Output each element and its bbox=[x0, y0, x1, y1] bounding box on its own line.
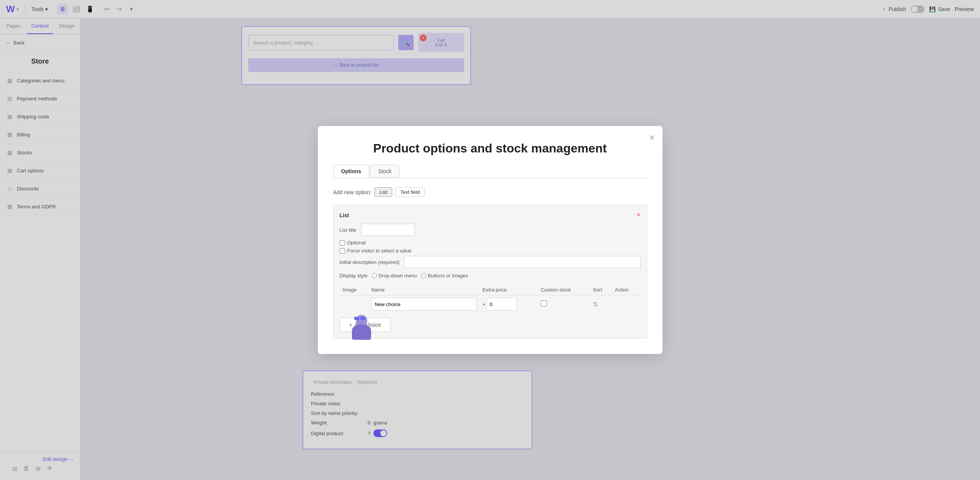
modal-tabs: Options Stock bbox=[333, 165, 647, 178]
buttons-label: Buttons or Images bbox=[428, 273, 468, 278]
col-action: Action bbox=[612, 285, 640, 295]
avatar-glasses-right bbox=[360, 317, 365, 320]
display-style-label: Display style bbox=[340, 273, 368, 278]
description-label: Initial description (required) bbox=[340, 259, 400, 265]
modal-overlay: Product options and stock management × O… bbox=[0, 0, 980, 480]
optional-label: Optional bbox=[347, 240, 366, 246]
avatar-character bbox=[351, 315, 372, 340]
sort-handle-icon[interactable]: ⇅ bbox=[593, 301, 598, 308]
table-row: + ⇅ bbox=[340, 295, 641, 313]
tab-stock[interactable]: Stock bbox=[370, 165, 399, 178]
force-checkbox-row: Force visitor to select a value bbox=[340, 248, 641, 254]
row-stock-cell bbox=[538, 295, 590, 313]
col-name: Name bbox=[368, 285, 479, 295]
buttons-radio-option[interactable]: Buttons or Images bbox=[421, 273, 468, 278]
add-option-row: Add new option: List Text field bbox=[333, 187, 647, 197]
force-checkbox[interactable] bbox=[340, 248, 345, 254]
list-label: List bbox=[340, 212, 349, 218]
list-title-label: List title bbox=[340, 227, 357, 233]
textfield-option-button[interactable]: Text field bbox=[395, 187, 425, 197]
description-input[interactable] bbox=[404, 256, 640, 268]
col-custom-stock: Custom stock bbox=[538, 285, 590, 295]
display-style-row: Display style Drop-down menu Buttons or … bbox=[340, 273, 641, 278]
list-section: List × List title Optional Force visitor… bbox=[333, 205, 647, 339]
optional-checkbox[interactable] bbox=[340, 240, 345, 246]
list-title-row: List title bbox=[340, 224, 641, 236]
description-row: Initial description (required) bbox=[340, 256, 641, 268]
price-prefix: + bbox=[483, 301, 486, 307]
tab-options[interactable]: Options bbox=[333, 165, 370, 178]
col-extra-price: Extra-price bbox=[479, 285, 538, 295]
dropdown-radio-option[interactable]: Drop-down menu bbox=[372, 273, 417, 278]
custom-stock-checkbox[interactable] bbox=[541, 300, 547, 306]
col-sort: Sort bbox=[590, 285, 612, 295]
avatar-glasses bbox=[354, 317, 359, 320]
choice-price-input[interactable] bbox=[486, 298, 517, 311]
force-label: Force visitor to select a value bbox=[347, 248, 412, 254]
add-option-label: Add new option: bbox=[333, 189, 371, 195]
row-name-cell bbox=[368, 295, 479, 313]
modal-close-button[interactable]: × bbox=[649, 132, 654, 143]
list-title-input[interactable] bbox=[361, 224, 415, 236]
list-section-header: List × bbox=[340, 211, 641, 219]
row-price-cell: + bbox=[479, 295, 538, 313]
choice-name-input[interactable] bbox=[371, 298, 476, 311]
list-option-button[interactable]: List bbox=[375, 187, 392, 197]
row-image-cell bbox=[340, 295, 368, 313]
avatar-body bbox=[352, 324, 371, 340]
col-image: Image bbox=[340, 285, 368, 295]
dropdown-label: Drop-down menu bbox=[378, 273, 417, 278]
buttons-radio[interactable] bbox=[421, 273, 426, 278]
row-sort-cell: ⇅ bbox=[590, 295, 612, 313]
choice-table: Image Name Extra-price Custom stock Sort… bbox=[340, 285, 641, 313]
modal: Product options and stock management × O… bbox=[318, 126, 663, 354]
dropdown-radio[interactable] bbox=[372, 273, 377, 278]
optional-checkbox-row: Optional bbox=[340, 240, 641, 246]
modal-title: Product options and stock management bbox=[333, 141, 647, 156]
row-action-cell bbox=[612, 295, 640, 313]
list-close-button[interactable]: × bbox=[636, 211, 641, 219]
